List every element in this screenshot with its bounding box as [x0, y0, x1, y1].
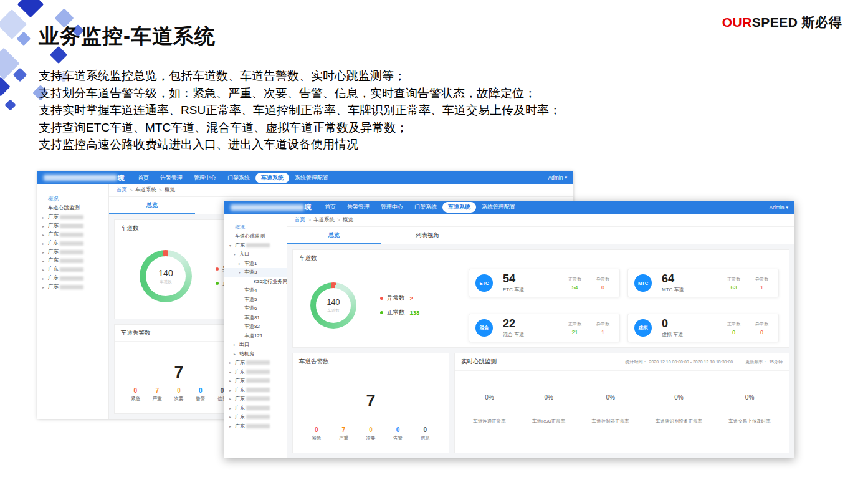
blurred-text [246, 415, 270, 419]
sidebar-item[interactable]: ▸广东 [37, 230, 108, 239]
sidebar-tree-item[interactable]: ▾广东 [224, 241, 287, 250]
nav-item[interactable]: 首页 [132, 173, 155, 183]
tab[interactable]: 列表视角 [381, 227, 474, 244]
sidebar-tree-item[interactable]: ▸车道1 [224, 259, 287, 268]
legend-dot-icon [380, 311, 383, 314]
sidebar-tree-item[interactable]: ▸广东 [224, 385, 287, 395]
nav-item[interactable]: 车道系统 [442, 202, 476, 213]
nav-item[interactable]: 首页 [319, 202, 341, 213]
alarm-level: 7 严重 [153, 387, 162, 402]
tree-item-label: 车道3 [244, 269, 257, 276]
tree-item-label: 广东 [235, 377, 245, 384]
tree-arrow-icon: ▾ [239, 270, 244, 274]
sidebar-item[interactable]: ▸广东 [37, 265, 108, 274]
alarm-level-label: 告警 [393, 435, 403, 441]
card-title: 车道数 [293, 250, 789, 264]
card-title: 实时心跳监测 [461, 358, 497, 366]
deco-diamond [0, 77, 11, 96]
sidebar-tree-item[interactable]: 车道5 [224, 295, 287, 304]
sidebar-tree-item[interactable]: ▸广东 [224, 358, 287, 368]
card-title: 车道告警数 [293, 353, 449, 370]
tree-item-label: 广东 [235, 368, 245, 375]
sidebar-tree-item[interactable]: ▸广东 [224, 377, 287, 386]
legend-label: 异常数 [387, 294, 405, 302]
tree-item-label: 广东 [235, 242, 245, 249]
nav-item[interactable]: 告警管理 [155, 173, 188, 183]
bullet-line: 支持查询ETC车道、MTC车道、混合车道、虚拟车道正常数及异常数； [39, 119, 637, 137]
abnormal-count-label: 异常数 [755, 321, 768, 327]
sidebar-item[interactable]: 概况 [37, 195, 108, 204]
breadcrumb-current: 概览 [165, 186, 175, 194]
sidebar-tree-item[interactable]: 车道82 [224, 322, 287, 332]
breadcrumb: 首页 > 车道系统 > 概览 [287, 214, 794, 227]
tree-arrow-icon: ▾ [229, 243, 235, 247]
sidebar-item[interactable]: 车道心跳监测 [37, 204, 108, 213]
sidebar-tree-item[interactable]: 车道4 [224, 286, 287, 295]
nav-item[interactable]: 门架系统 [222, 173, 255, 183]
breadcrumb-home[interactable]: 首页 [295, 216, 305, 224]
lane-donut-chart: 140 车道数 [140, 250, 192, 302]
alarm-level-label: 紧急 [312, 435, 321, 441]
nav-item[interactable]: 管理中心 [375, 202, 409, 213]
tree-arrow-icon: ▸ [42, 267, 48, 272]
sidebar-item-label: 广东 [48, 213, 59, 221]
sidebar-tree-item[interactable]: K35北行业务网关 [224, 277, 287, 286]
nav-item[interactable]: 系统管理配置 [476, 202, 521, 213]
blurred-text [60, 215, 83, 219]
lane-type-badge: 混合 [475, 319, 493, 337]
sidebar-tree-item[interactable]: ▾入口 [224, 250, 287, 259]
sidebar-tree-item[interactable]: 车道121 [224, 331, 287, 340]
nav-item[interactable]: 车道系统 [255, 173, 289, 183]
tree-arrow-icon: ▸ [42, 233, 48, 237]
sidebar-item[interactable]: ▸广东 [37, 282, 108, 291]
sidebar-item[interactable]: ▸广东 [37, 213, 108, 221]
sidebar-tree-item[interactable]: ▸广东 [224, 395, 287, 404]
sidebar-tree-item[interactable]: 概况 [224, 223, 287, 232]
bullet-line: 支持监控高速公路收费站进出入口、进出入车道设备使用情况 [39, 136, 637, 153]
sidebar-tree-item[interactable]: 车道心跳监测 [224, 232, 287, 241]
alarm-level-value: 0 [421, 426, 430, 433]
nav-item[interactable]: 管理中心 [188, 173, 222, 183]
sidebar-item[interactable]: ▸广东 [37, 274, 108, 282]
abnormal-count-value: 0 [755, 329, 768, 335]
nav-item[interactable]: 门架系统 [409, 202, 442, 213]
sidebar-tree-item[interactable]: 车道81 [224, 313, 287, 322]
alarm-levels: 0 紧急 7 严重 0 次要 0 [293, 426, 449, 453]
bullet-line: 支持实时掌握车道连通率、RSU正常率、车道控制正常率、车牌识别正常率、车道交易上… [39, 102, 637, 119]
sidebar-tree-item[interactable]: 车道6 [224, 304, 287, 314]
tree-item-label: 广东 [235, 405, 245, 411]
caret-down-icon: ▾ [786, 205, 788, 210]
blurred-text [246, 388, 270, 392]
tab[interactable]: 总览 [109, 197, 195, 214]
lane-type-badge: 虚拟 [634, 319, 652, 337]
sidebar-tree-item[interactable]: ▸广东 [224, 403, 287, 413]
sidebar-item[interactable]: ▸广东 [37, 239, 108, 247]
alarm-level-label: 严重 [153, 396, 162, 402]
lane-type-label: MTC 车道 [662, 286, 705, 293]
sidebar-item[interactable]: ▸广东 [37, 221, 108, 230]
nav-item[interactable]: 系统管理配置 [289, 173, 334, 183]
sidebar-item[interactable]: ▸广东 [37, 247, 108, 256]
bullet-line: 支持划分车道告警等级，如：紧急、严重、次要、告警、信息，实时查询告警状态，故障定… [39, 85, 637, 102]
legend-dot-icon [380, 297, 383, 300]
blurred-text [60, 267, 83, 272]
sidebar-tree-item[interactable]: ▸站机房 [224, 349, 287, 358]
user-menu[interactable]: Admin ▾ [548, 175, 567, 181]
sidebar-tree-item[interactable]: ▸广东 [224, 367, 287, 377]
heartbeat-metric: 0% 车道牌识别设备正常率 [656, 394, 702, 425]
sidebar-tree-item[interactable]: ▸出口 [224, 340, 287, 350]
tab[interactable]: 总览 [287, 227, 381, 244]
metric-label: 车道牌识别设备正常率 [656, 418, 702, 425]
app-logo-blurred [231, 204, 304, 211]
user-menu[interactable]: Admin ▾ [769, 204, 788, 211]
nav-item[interactable]: 告警管理 [341, 202, 375, 213]
metric-value: 0% [532, 394, 565, 401]
sidebar-item[interactable]: ▸广东 [37, 256, 108, 265]
sidebar-tree-item[interactable]: ▾车道3 [224, 268, 287, 277]
sidebar-item-label: 广东 [48, 239, 59, 247]
tree-item-label: 车道5 [244, 296, 257, 303]
legend-value: 138 [410, 309, 420, 316]
breadcrumb-home[interactable]: 首页 [117, 186, 127, 194]
sidebar-tree-item[interactable]: ▸广东 [224, 413, 287, 422]
sidebar-tree-item[interactable]: ▸广东 [224, 421, 287, 431]
